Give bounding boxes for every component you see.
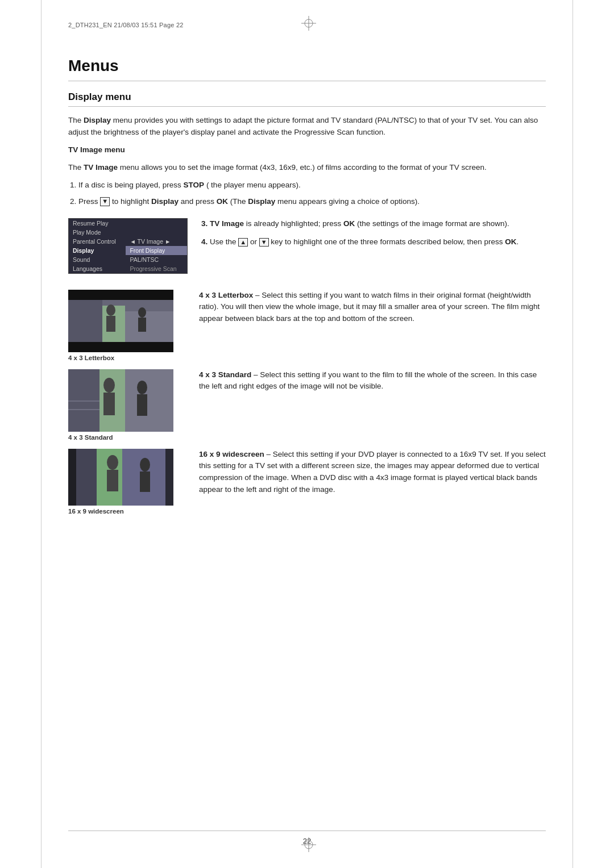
menu-row-playmode: Play Mode <box>69 228 187 237</box>
svg-point-7 <box>106 304 115 316</box>
step4-down-arrow: ▼ <box>259 238 269 247</box>
step4-use-the: Use the <box>210 237 238 246</box>
instructions-list: If a disc is being played, press STOP ( … <box>78 180 546 208</box>
standard-image <box>68 369 173 432</box>
letterbox-dash: – <box>253 291 262 299</box>
standard-img-col: 4 x 3 Standard <box>68 369 188 441</box>
step4-key-text: key to highlight one of the three format… <box>269 237 505 246</box>
svg-rect-16 <box>103 393 115 415</box>
menu-screenshot-section: Resume Play Play Mode Parental Control ◄… <box>68 216 546 278</box>
menu-item-display-submenu: Front Display <box>126 246 187 255</box>
menu-screenshot-col: Resume Play Play Mode Parental Control ◄… <box>68 216 188 278</box>
svg-point-17 <box>137 381 147 394</box>
widescreen-section: 16 x 9 widescreen 16 x 9 widescreen – Se… <box>68 449 546 515</box>
main-content: Menus Display menu The Display menu prov… <box>68 57 546 823</box>
step3-bold: TV Image <box>210 219 244 228</box>
step4-up-arrow: ▲ <box>238 238 248 247</box>
page: 2_DTH231_EN 21/08/03 15:51 Page 22 Menus… <box>0 0 614 868</box>
svg-point-29 <box>140 458 150 471</box>
letterbox-image <box>68 290 173 352</box>
step3-number: 3. <box>201 219 208 228</box>
widescreen-dash: – <box>264 450 273 458</box>
menu-item-parental: Parental Control <box>69 237 126 246</box>
menu-row-sound: Sound PAL/NTSC <box>69 255 187 264</box>
step2-press: Press <box>78 197 100 206</box>
svg-rect-8 <box>106 316 115 332</box>
svg-point-15 <box>103 378 115 393</box>
menu-item-sound: Sound <box>69 255 126 264</box>
menu-item-playmode: Play Mode <box>69 228 126 237</box>
letterbox-description: 4 x 3 Letterbox – Select this setting if… <box>199 290 546 326</box>
step2-text-end: (The <box>228 197 248 206</box>
menu-item-playmode-right <box>126 228 187 237</box>
letterbox-img-col: 4 x 3 Letterbox <box>68 290 188 361</box>
step3-text: 3. TV Image is already highlighted; pres… <box>201 218 546 230</box>
step4-period: . <box>517 237 519 246</box>
letterbox-section: 4 x 3 Letterbox 4 x 3 Letterbox – Select… <box>68 290 546 361</box>
tv-image-description: The TV Image menu allows you to set the … <box>68 162 546 174</box>
step3-rest: is already highlighted; press <box>244 219 343 228</box>
standard-dash: – <box>251 370 260 379</box>
menu-item-sound-submenu: PAL/NTSC <box>126 255 187 264</box>
menu-item-resume-right <box>126 219 187 228</box>
standard-description: 4 x 3 Standard – Select this setting if … <box>199 369 546 393</box>
step2-bold-display: Display <box>151 197 179 206</box>
step-1: If a disc is being played, press STOP ( … <box>78 180 546 191</box>
separator-line <box>68 106 546 107</box>
tv-image-heading-text: TV Image menu <box>68 145 125 154</box>
widescreen-desc-col: 16 x 9 widescreen – Select this setting … <box>199 449 546 502</box>
tv-image-desc-bold: TV Image <box>84 163 118 172</box>
svg-rect-18 <box>137 394 147 416</box>
step1-text-before: If a disc is being played, press <box>78 181 184 189</box>
header-meta: 2_DTH231_EN 21/08/03 15:51 Page 22 <box>68 22 184 28</box>
svg-rect-28 <box>107 470 118 491</box>
standard-section: 4 x 3 Standard 4 x 3 Standard – Select t… <box>68 369 546 441</box>
steps-description-col: 3. TV Image is already highlighted; pres… <box>201 216 546 254</box>
menu-row-resume: Resume Play <box>69 219 187 228</box>
tv-image-heading: TV Image menu <box>68 144 546 156</box>
tv-image-desc-before: The <box>68 163 84 172</box>
step2-bold-display2: Display <box>248 197 275 206</box>
step2-final: menu appears giving a choice of options)… <box>275 197 420 206</box>
svg-rect-10 <box>138 318 146 332</box>
register-mark-bottom <box>301 837 316 852</box>
step1-bold: STOP <box>184 181 205 189</box>
widescreen-image <box>68 449 173 506</box>
menu-item-languages: Languages <box>69 264 126 273</box>
svg-rect-6 <box>125 311 173 342</box>
menu-row-parental: Parental Control ◄ TV Image ► <box>69 237 187 246</box>
letterbox-content <box>68 300 173 342</box>
standard-caption: 4 x 3 Standard <box>68 434 188 441</box>
step-2: Press ▼ to highlight Display and press O… <box>78 196 546 208</box>
svg-rect-4 <box>68 300 102 342</box>
step2-middle: to highlight <box>110 197 151 206</box>
svg-point-9 <box>138 307 146 318</box>
widescreen-description: 16 x 9 widescreen – Select this setting … <box>199 449 546 496</box>
step4-number: 4. <box>201 237 208 246</box>
svg-rect-19 <box>68 400 99 402</box>
menu-row-display: Display Front Display <box>69 246 187 255</box>
intro-text-after: menu provides you with settings to adapt… <box>68 116 538 136</box>
step4-ok: OK <box>505 237 516 246</box>
svg-rect-14 <box>125 369 173 432</box>
step2-bold-ok: OK <box>217 197 228 206</box>
step3-ok: OK <box>343 219 355 228</box>
intro-bold: Display <box>84 116 111 124</box>
menu-item-parental-arrow: ◄ TV Image ► <box>126 237 187 246</box>
widescreen-caption: 16 x 9 widescreen <box>68 508 188 515</box>
svg-point-27 <box>107 455 118 470</box>
letterbox-bar-top <box>68 290 173 300</box>
svg-rect-20 <box>68 409 99 410</box>
widescreen-title: 16 x 9 widescreen <box>199 450 264 458</box>
register-mark-top <box>301 16 316 31</box>
step1-text-after: ( the player menu appears). <box>204 181 301 189</box>
step2-and-press: and press <box>179 197 217 206</box>
menu-item-display: Display <box>69 246 126 255</box>
svg-rect-30 <box>140 471 150 492</box>
intro-paragraph: The Display menu provides you with setti… <box>68 115 546 139</box>
widescreen-img-col: 16 x 9 widescreen <box>68 449 188 515</box>
letterbox-title: 4 x 3 Letterbox <box>199 291 253 299</box>
tv-image-desc-end: menu allows you to set the image format … <box>118 163 487 172</box>
letterbox-desc-col: 4 x 3 Letterbox – Select this setting if… <box>199 290 546 331</box>
svg-rect-25 <box>68 449 76 506</box>
